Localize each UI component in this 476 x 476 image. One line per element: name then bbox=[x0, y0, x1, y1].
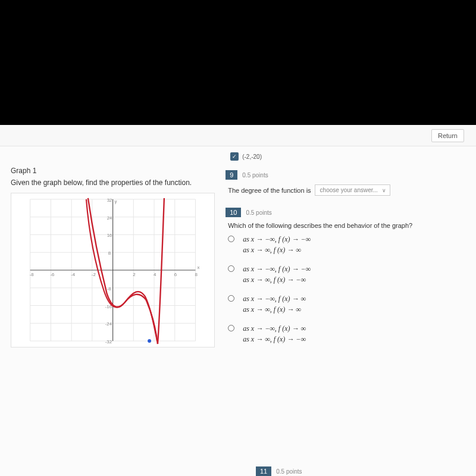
svg-text:-32: -32 bbox=[105, 339, 112, 345]
svg-text:-6: -6 bbox=[50, 272, 55, 277]
choice-line: as x → −∞, f (x) → ∞ bbox=[243, 293, 306, 304]
question-10: 10 0.5 points Which of the following des… bbox=[226, 208, 465, 345]
svg-text:2: 2 bbox=[133, 272, 135, 277]
svg-text:-2: -2 bbox=[92, 272, 96, 277]
question-number-badge: 9 bbox=[226, 170, 237, 180]
svg-text:-4: -4 bbox=[71, 272, 76, 277]
q9-stem-text: The degree of the function is bbox=[228, 187, 311, 194]
degree-dropdown[interactable]: choose your answer... bbox=[315, 184, 390, 196]
radio-icon[interactable] bbox=[228, 295, 234, 302]
svg-text:-24: -24 bbox=[105, 321, 112, 327]
choice-line: as x → ∞, f (x) → ∞ bbox=[243, 304, 306, 315]
question-10-choices: as x → −∞, f (x) → −∞ as x → ∞, f (x) → … bbox=[228, 234, 465, 345]
question-number-badge: 10 bbox=[226, 208, 241, 217]
page-top-bar: Return bbox=[0, 125, 476, 146]
choice-c[interactable]: as x → −∞, f (x) → ∞ as x → ∞, f (x) → ∞ bbox=[228, 293, 465, 315]
choice-d[interactable]: as x → −∞, f (x) → ∞ as x → ∞, f (x) → −… bbox=[228, 323, 465, 345]
svg-text:24: 24 bbox=[107, 215, 112, 221]
quiz-page: Return Graph 1 Given the graph below, fi… bbox=[0, 125, 476, 476]
choice-line: as x → ∞, f (x) → −∞ bbox=[243, 334, 306, 345]
svg-text:y: y bbox=[115, 199, 117, 204]
return-button[interactable]: Return bbox=[431, 129, 464, 142]
window-black-frame-top bbox=[0, 0, 476, 125]
graph-point-marker bbox=[148, 339, 151, 343]
question-points: 0.5 points bbox=[276, 468, 302, 475]
question-points: 0.5 points bbox=[242, 172, 268, 178]
graph-svg: 32 24 16 8 -8 -16 -24 -32 -8 -6 -4 -2 2 … bbox=[11, 193, 214, 347]
radio-icon[interactable] bbox=[228, 325, 234, 331]
svg-text:8: 8 bbox=[108, 250, 111, 256]
svg-text:-8: -8 bbox=[107, 286, 112, 292]
question-11-header: 11 0.5 points bbox=[256, 466, 302, 476]
right-column: ✓ (-2,-20) 9 0.5 points The degree of th… bbox=[226, 152, 465, 470]
choice-line: as x → ∞, f (x) → ∞ bbox=[243, 245, 311, 255]
radio-icon[interactable] bbox=[228, 236, 234, 242]
graph-section-title: Graph 1 bbox=[11, 167, 215, 175]
svg-text:6: 6 bbox=[174, 272, 177, 277]
previous-answer-text: (-2,-20) bbox=[242, 154, 262, 160]
choice-line: as x → −∞, f (x) → −∞ bbox=[243, 264, 311, 274]
graph-section-prompt: Given the graph below, find the properti… bbox=[11, 178, 215, 187]
function-graph: 32 24 16 8 -8 -16 -24 -32 -8 -6 -4 -2 2 … bbox=[11, 193, 215, 347]
svg-text:8: 8 bbox=[195, 272, 198, 277]
svg-text:32: 32 bbox=[107, 198, 112, 203]
svg-text:x: x bbox=[197, 265, 199, 270]
svg-text:-8: -8 bbox=[30, 272, 35, 277]
previous-answer-row: ✓ (-2,-20) bbox=[230, 152, 465, 161]
svg-text:4: 4 bbox=[154, 272, 156, 277]
question-9: 9 0.5 points The degree of the function … bbox=[226, 170, 465, 196]
choice-line: as x → ∞, f (x) → −∞ bbox=[243, 274, 311, 285]
radio-icon[interactable] bbox=[228, 265, 234, 272]
content-wrap: Graph 1 Given the graph below, find the … bbox=[0, 146, 476, 476]
question-10-stem: Which of the following describes the end… bbox=[228, 222, 465, 229]
choice-b[interactable]: as x → −∞, f (x) → −∞ as x → ∞, f (x) → … bbox=[228, 264, 465, 285]
choice-line: as x → −∞, f (x) → ∞ bbox=[243, 323, 306, 334]
question-points: 0.5 points bbox=[246, 209, 271, 216]
left-column: Graph 1 Given the graph below, find the … bbox=[11, 152, 215, 470]
question-number-badge: 11 bbox=[256, 466, 271, 476]
choice-line: as x → −∞, f (x) → −∞ bbox=[243, 234, 311, 245]
check-icon: ✓ bbox=[230, 152, 239, 161]
choice-a[interactable]: as x → −∞, f (x) → −∞ as x → ∞, f (x) → … bbox=[228, 234, 465, 255]
question-9-stem: The degree of the function is choose you… bbox=[228, 184, 465, 196]
